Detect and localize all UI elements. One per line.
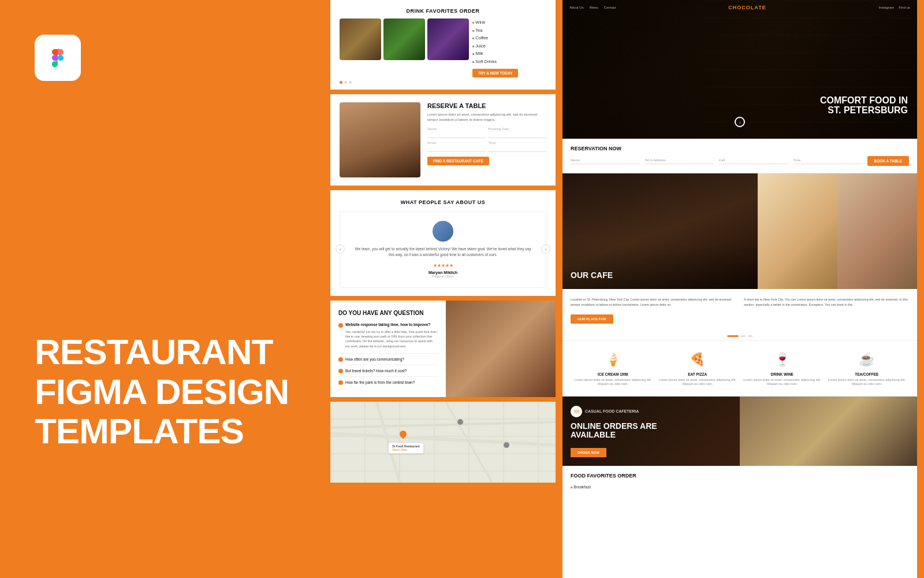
pagination-dot-active[interactable] xyxy=(727,335,739,337)
about-text-2: A short trip to New York City. You can L… xyxy=(744,297,909,307)
faq-title: DO YOU HAVE ANY QUESTION xyxy=(338,310,438,317)
kitchen-image xyxy=(740,397,917,466)
cafe-shrimp-image xyxy=(837,173,917,289)
faq-item-3[interactable]: But travel tickets? How much it cost? xyxy=(338,365,438,376)
wine-desc: Lorem ipsum dolor sit amet, consectetur … xyxy=(740,378,825,387)
drink-item: Tea xyxy=(472,27,518,35)
book-table-button[interactable]: BOOK A TABLE xyxy=(867,156,910,166)
map-pin-2[interactable] xyxy=(457,419,463,425)
icecream-desc: Lorem ipsum dolor sit amet, consectetur … xyxy=(571,378,655,387)
tag-text: Casual Food Cafeteria xyxy=(585,409,639,413)
name-field-group: Name xyxy=(427,127,486,138)
drink-item: Juice xyxy=(472,42,518,50)
carousel-dot[interactable] xyxy=(349,81,352,84)
faq-answer-1: Yes, certainly! Let me try to offer a li… xyxy=(338,329,438,349)
nav-links: About Us Menu Contact xyxy=(569,6,616,9)
faq-section: DO YOU HAVE ANY QUESTION Website respons… xyxy=(330,301,556,397)
testimonial-prev-arrow[interactable]: ‹ xyxy=(336,244,345,254)
coffee-label: TEA/COFFEE xyxy=(825,372,910,376)
map-pin-3[interactable] xyxy=(504,442,509,448)
icon-item-icecream: 🍦 ICE CREAM 1998 Lorem ipsum dolor sit a… xyxy=(571,350,655,387)
nav-menu[interactable]: Menu xyxy=(590,6,598,9)
faq-left: DO YOU HAVE ANY QUESTION Website respons… xyxy=(330,301,446,397)
drink-image-2 xyxy=(383,18,425,60)
drink-item: Milk xyxy=(472,50,518,58)
testimonial-next-arrow[interactable]: › xyxy=(541,244,550,254)
hero-scroll-btn[interactable]: ↓ xyxy=(735,117,745,127)
order-now-button[interactable]: ORDER NOW xyxy=(571,448,606,457)
svg-line-10 xyxy=(330,433,556,445)
name-input[interactable] xyxy=(427,131,486,138)
nav-instagram[interactable]: Instagram xyxy=(879,6,895,9)
icecream-label: ICE CREAM 1998 xyxy=(571,372,655,376)
reserve-food-image xyxy=(340,102,420,177)
pagination-dot[interactable] xyxy=(748,335,752,337)
email-label: Email xyxy=(427,141,486,144)
find-restaurant-button[interactable]: FIND A RESTAURANT CAFE xyxy=(427,157,489,165)
our-place-button[interactable]: OUR PLACE FOR xyxy=(571,314,613,324)
drink-title: DRINK FAVORITES ORDER xyxy=(340,8,546,14)
res-name-field[interactable]: Name xyxy=(571,158,640,164)
online-tag: 🍽 Casual Food Cafeteria xyxy=(571,406,732,417)
wine-icon: 🍷 xyxy=(773,350,791,369)
nav-about[interactable]: About Us xyxy=(569,6,584,9)
email-input[interactable] xyxy=(427,145,486,152)
right-mockup: About Us Menu Contact CHOCOLATE Instagra… xyxy=(562,0,917,578)
carousel-dot[interactable] xyxy=(344,81,347,84)
faq-item-4[interactable]: How far the park is from the central tow… xyxy=(338,376,438,388)
about-section: Located on St. Petersburg, New York City… xyxy=(562,289,917,332)
email-field-group: Email xyxy=(427,141,486,152)
name-label: Name xyxy=(427,127,486,131)
testimonial-box: ‹ We team, you will get to actually the … xyxy=(340,211,546,288)
carousel-dot-active[interactable] xyxy=(340,81,342,84)
coffee-desc: Lorem ipsum dolor sit amet, consectetur … xyxy=(825,378,910,387)
online-right-image xyxy=(740,397,917,466)
cafe-label: OUR CAFE xyxy=(571,271,613,280)
drink-image-1 xyxy=(340,18,381,60)
online-left: 🍽 Casual Food Cafeteria ONLINE ORDERS AR… xyxy=(562,397,740,466)
faq-dot-1 xyxy=(338,323,343,328)
date-input[interactable] xyxy=(489,131,547,138)
reservation-bar: RESERVATION NOW Name Sit in Address Call… xyxy=(562,139,917,173)
nav-find-us[interactable]: Find us xyxy=(899,6,910,9)
brand-name: CHOCOLATE xyxy=(728,5,766,10)
food-fav-list: Breakfast xyxy=(571,483,909,491)
online-heading: ONLINE ORDERS AREAVAILABLE xyxy=(571,422,732,440)
nav-contact[interactable]: Contact xyxy=(604,6,616,9)
hero-nav: About Us Menu Contact CHOCOLATE Instagra… xyxy=(562,5,917,10)
reservation-bar-title: RESERVATION NOW xyxy=(571,146,909,151)
cafe-food-images xyxy=(758,173,917,289)
faq-dot-2 xyxy=(338,357,343,362)
icon-item-pizza: 🍕 EAT PIZZA Lorem ipsum dolor sit amet, … xyxy=(655,350,740,387)
testimonial-role: Regular Client xyxy=(352,275,534,278)
res-time-field[interactable]: Time xyxy=(793,158,862,164)
time-label: Time xyxy=(489,141,547,144)
nav-right-links: Instagram Find us xyxy=(879,6,910,9)
try-today-button[interactable]: TRY A NEW TODAY xyxy=(472,69,518,77)
reserve-content: RESERVE A TABLE Lorem ipsum dolor sit am… xyxy=(427,102,546,177)
hero-section: About Us Menu Contact CHOCOLATE Instagra… xyxy=(562,0,917,139)
middle-mockup: DRINK FAVORITES ORDER Wine Tea Coffee Ju… xyxy=(330,0,556,578)
pagination-dot[interactable] xyxy=(741,335,746,337)
icon-item-coffee: ☕ TEA/COFFEE Lorem ipsum dolor sit amet,… xyxy=(825,350,910,387)
faq-dot-4 xyxy=(338,380,343,385)
res-call-field[interactable]: Call xyxy=(719,158,788,164)
faq-item-2[interactable]: How often are you communicating? xyxy=(338,353,438,365)
map-section: St Food RestaurantOpen Now xyxy=(330,402,556,483)
testimonials-title: WHAT PEOPLE SAY ABOUT US xyxy=(340,199,546,205)
time-input[interactable] xyxy=(489,145,547,152)
drink-item: Wine xyxy=(472,18,518,27)
res-address-field[interactable]: Sit in Address xyxy=(644,158,714,164)
faq-dot-3 xyxy=(338,369,343,373)
cafe-section: OUR CAFE xyxy=(562,173,917,289)
map-pin-1[interactable]: St Food RestaurantOpen Now xyxy=(400,431,407,438)
about-col-1: Located on St. Petersburg, New York City… xyxy=(571,297,736,324)
food-favorites-section: FOOD FAVORITES ORDER Breakfast xyxy=(562,466,917,498)
left-panel: RESTAURANTFIGMA DESIGNTEMPLATES xyxy=(0,0,323,578)
testimonial-stars: ★★★★★ xyxy=(352,263,534,268)
testimonial-text: We team, you will get to actually the la… xyxy=(352,246,534,258)
pizza-label: EAT PIZZA xyxy=(655,372,740,376)
faq-image xyxy=(446,301,556,397)
reservation-fields: Name Sit in Address Call Time BOOK A TAB… xyxy=(571,156,909,166)
hero-text: COMFORT FOOD INST. PETERSBURG xyxy=(820,95,908,116)
